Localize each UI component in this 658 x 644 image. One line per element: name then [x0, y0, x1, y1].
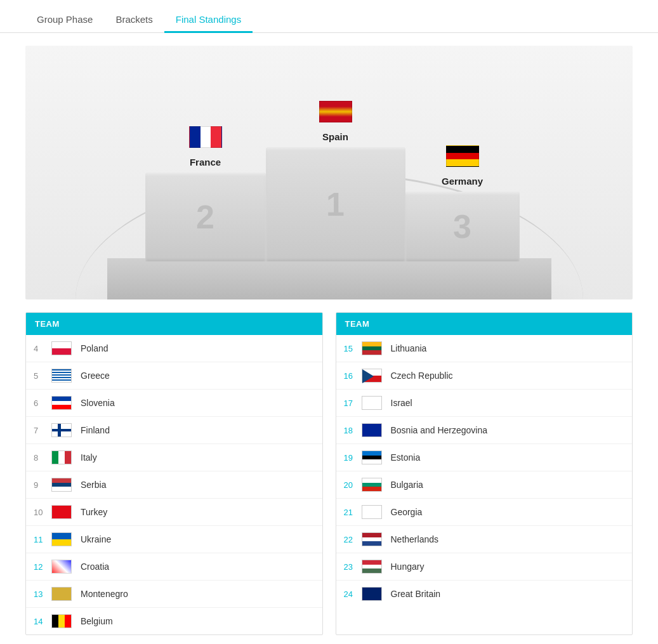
rank: 12: [34, 562, 51, 572]
second-block: 2: [145, 173, 266, 261]
first-country: Spain: [322, 131, 348, 142]
table-row[interactable]: 23Hungary: [336, 553, 633, 581]
rank: 18: [344, 426, 362, 435]
table-row[interactable]: 4Poland: [26, 335, 322, 362]
rank: 9: [34, 480, 51, 490]
rank: 23: [344, 562, 362, 572]
table-row[interactable]: 20Bulgaria: [336, 471, 633, 499]
team-name: Lithuania: [391, 343, 427, 353]
croatia-flag: [51, 560, 72, 574]
rank: 8: [34, 453, 51, 463]
right-standings-table: TEAM 15Lithuania16Czech Republic17Israel…: [336, 312, 633, 635]
table-row[interactable]: 24Great Britain: [336, 581, 633, 607]
table-row[interactable]: 10Turkey: [26, 499, 322, 526]
flag-cell: [51, 559, 74, 574]
great-britain-flag: [362, 587, 382, 601]
rank: 4: [34, 344, 51, 353]
flag-cell: [51, 614, 74, 629]
team-name: Ukraine: [81, 534, 111, 544]
flag-cell: [362, 423, 385, 438]
rank: 24: [344, 589, 362, 599]
ukraine-flag: [51, 532, 72, 546]
table-row[interactable]: 18Bosnia and Herzegovina: [336, 417, 633, 444]
bosnia-flag: [362, 423, 382, 437]
flag-cell: [362, 368, 385, 383]
estonia-flag: [362, 450, 382, 464]
team-name: Croatia: [81, 562, 109, 572]
third-flag: [446, 145, 479, 171]
team-name: Czech Republic: [391, 371, 453, 381]
second-flag: [189, 126, 222, 152]
turkey-flag: [51, 505, 72, 519]
rank: 5: [34, 371, 51, 381]
team-name: Bulgaria: [391, 480, 423, 490]
left-table-body: 4Poland5Greece6Slovenia7Finland8Italy9Se…: [26, 335, 322, 634]
table-row[interactable]: 16Czech Republic: [336, 362, 633, 390]
third-country: Germany: [442, 176, 483, 187]
table-row[interactable]: 12Croatia: [26, 553, 322, 581]
table-row[interactable]: 19Estonia: [336, 444, 633, 471]
rank: 21: [344, 508, 362, 517]
rank: 10: [34, 508, 51, 517]
right-table-body: 15Lithuania16Czech Republic17Israel18Bos…: [336, 335, 633, 607]
table-row[interactable]: 11Ukraine: [26, 526, 322, 553]
rank: 14: [34, 617, 51, 626]
rank: 20: [344, 480, 362, 490]
third-block: 3: [405, 192, 520, 261]
table-row[interactable]: 14Belgium: [26, 608, 322, 634]
flag-cell: [362, 532, 385, 547]
serbia-flag: [51, 478, 72, 492]
table-row[interactable]: 17Israel: [336, 390, 633, 417]
flag-cell: [51, 586, 74, 601]
second-country: France: [190, 157, 221, 168]
rank: 19: [344, 453, 362, 463]
flag-cell: [362, 586, 385, 601]
right-table-header: TEAM: [336, 313, 633, 335]
flag-cell: [51, 504, 74, 520]
podium-first: Spain 1: [266, 101, 405, 261]
tab-brackets[interactable]: Brackets: [104, 8, 164, 33]
flag-cell: [51, 450, 74, 465]
hungary-flag: [362, 560, 382, 574]
podium-second: France 2: [145, 126, 266, 261]
rank: 11: [34, 535, 51, 544]
team-name: Georgia: [391, 507, 423, 517]
team-name: Hungary: [391, 562, 424, 572]
flag-cell: [362, 477, 385, 492]
table-row[interactable]: 15Lithuania: [336, 335, 633, 362]
team-name: Netherlands: [391, 534, 439, 544]
team-name: Finland: [81, 425, 110, 435]
podium-container: France 2 Spain 1 Germany 3: [25, 46, 633, 299]
lithuania-flag: [362, 341, 382, 355]
flag-cell: [51, 341, 74, 356]
team-name: Slovenia: [81, 398, 115, 408]
israel-flag: [362, 396, 382, 410]
czech-flag: [362, 369, 382, 383]
italy-flag: [51, 450, 72, 464]
flag-cell: [362, 504, 385, 520]
table-row[interactable]: 7Finland: [26, 417, 322, 444]
flag-cell: [51, 395, 74, 411]
table-row[interactable]: 22Netherlands: [336, 526, 633, 553]
table-row[interactable]: 5Greece: [26, 362, 322, 390]
tab-final-standings[interactable]: Final Standings: [164, 8, 253, 33]
tabs-container: Group Phase Brackets Final Standings: [0, 0, 658, 33]
table-row[interactable]: 21Georgia: [336, 499, 633, 526]
flag-cell: [362, 559, 385, 574]
team-name: Poland: [81, 343, 109, 353]
tables-section: TEAM 4Poland5Greece6Slovenia7Finland8Ita…: [25, 312, 633, 635]
team-name: Estonia: [391, 452, 421, 463]
table-row[interactable]: 6Slovenia: [26, 390, 322, 417]
flag-cell: [362, 341, 385, 356]
rank: 17: [344, 398, 362, 408]
rank: 22: [344, 535, 362, 544]
table-row[interactable]: 9Serbia: [26, 471, 322, 499]
table-row[interactable]: 8Italy: [26, 444, 322, 471]
flag-cell: [51, 423, 74, 438]
tab-group-phase[interactable]: Group Phase: [25, 8, 104, 33]
table-row[interactable]: 13Montenegro: [26, 581, 322, 608]
montenegro-flag: [51, 587, 72, 601]
team-name: Israel: [391, 398, 412, 408]
team-name: Bosnia and Herzegovina: [391, 425, 488, 435]
flag-cell: [51, 532, 74, 547]
